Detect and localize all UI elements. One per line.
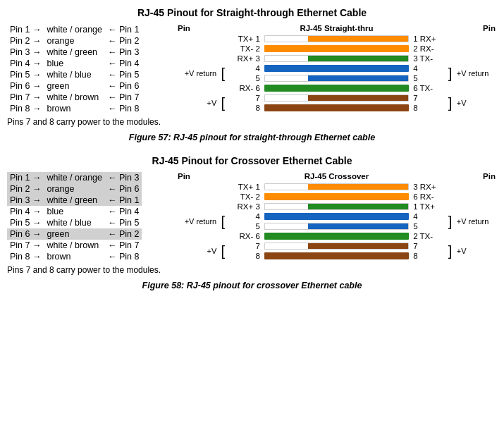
pin-num-right: 6 RX- [412, 192, 445, 202]
right-label-spacer [455, 44, 497, 54]
right-label-spacer [455, 54, 497, 63]
wire-bar-cell [262, 251, 412, 261]
pin-right: ← Pin 4 [105, 206, 142, 217]
section-straight: RJ-45 Pinout for Straight-through Ethern… [7, 7, 497, 142]
pin-left: Pin 1 → [7, 172, 44, 183]
pin-row: Pin 8 → brown ← Pin 8 [7, 103, 142, 114]
wire-bar [264, 243, 409, 250]
diagram-row: TX+ 11 RX+ [176, 34, 497, 44]
pin-row: Pin 4 → blue ← Pin 4 [7, 206, 142, 217]
bracket-spacer [218, 192, 228, 202]
pin-num-right: 8 [412, 251, 445, 261]
pin-row: Pin 6 → green ← Pin 6 [7, 80, 142, 92]
section2-caption: Figure 58: RJ-45 pinout for crossover Et… [7, 281, 497, 290]
pin-left: Pin 6 → [7, 80, 44, 92]
pin-row: Pin 6 → green ← Pin 2 [7, 228, 142, 240]
diag2-left-header: Pin [178, 172, 190, 180]
left-spacer [176, 192, 218, 202]
diag2-center-header: RJ-45 Crossover [190, 172, 483, 180]
pin-row: Pin 3 → white / green ← Pin 1 [7, 195, 142, 206]
pin-num-right: 4 [412, 63, 445, 73]
right-spacer-bracket [445, 83, 455, 93]
diagram-straight: Pin RJ-45 Straight-thru Pin TX+ 11 RX+TX… [176, 24, 497, 127]
diagram-row: +V[77]+V [176, 241, 497, 251]
pin-num-left: 4 [228, 63, 261, 73]
section1-content: Pin 1 → white / orange ← Pin 1 Pin 2 → o… [7, 24, 497, 127]
wire-bar [264, 45, 409, 52]
pin-num-left: 4 [228, 212, 261, 221]
pin-num-left: 5 [228, 73, 261, 83]
pin-left: Pin 1 → [7, 24, 44, 35]
wire-bar [264, 55, 409, 62]
pin-color: white / blue [44, 69, 105, 80]
diagram-row: RX- 62 TX- [176, 231, 497, 241]
bracket-close: ] [445, 212, 455, 231]
pin-num-left: 8 [228, 251, 261, 261]
bracket-close: ] [445, 241, 455, 261]
diagram-row: TX- 22 RX- [176, 44, 497, 54]
pin-color: blue [44, 206, 105, 217]
right-label-spacer [455, 182, 497, 192]
pin-num-left: TX+ 1 [228, 182, 261, 192]
left-spacer [176, 202, 218, 212]
pin-left: Pin 2 → [7, 183, 44, 195]
wire-bar [264, 65, 409, 72]
pin-row: Pin 2 → orange ← Pin 6 [7, 183, 142, 195]
pin-color: white / green [44, 47, 105, 58]
bracket-spacer [218, 202, 228, 212]
pin-right: ← Pin 6 [105, 183, 142, 195]
bracket-open: [ [218, 212, 228, 231]
pin-color: white / brown [44, 92, 105, 103]
pin-right: ← Pin 3 [105, 47, 142, 58]
pin-color: white / brown [44, 240, 105, 251]
diagram-crossover: Pin RJ-45 Crossover Pin TX+ 13 RX+TX- 26… [176, 172, 497, 275]
pin-color: blue [44, 58, 105, 69]
diag-left-header: Pin [178, 24, 190, 32]
pinout-table-crossover: Pin 1 → white / orange ← Pin 3 Pin 2 → o… [7, 172, 162, 275]
pin-left: Pin 8 → [7, 251, 44, 262]
left-spacer [176, 54, 218, 63]
pin-right: ← Pin 5 [105, 217, 142, 228]
pin-num-right: 1 RX+ [412, 34, 445, 44]
left-spacer [176, 34, 218, 44]
right-spacer-bracket [445, 182, 455, 192]
pin-right: ← Pin 8 [105, 103, 142, 114]
pin-right: ← Pin 7 [105, 240, 142, 251]
pin-right: ← Pin 7 [105, 92, 142, 103]
right-label-spacer [455, 83, 497, 93]
pin-left: Pin 3 → [7, 195, 44, 206]
wire-bar-cell [262, 202, 412, 212]
pin-table-straight: Pin 1 → white / orange ← Pin 1 Pin 2 → o… [7, 24, 142, 114]
wire-bar [264, 213, 409, 220]
diagram-row: TX- 26 RX- [176, 192, 497, 202]
section1-caption: Figure 57: RJ-45 pinout for straight-thr… [7, 133, 497, 142]
pin-num-left: 7 [228, 241, 261, 251]
pin-num-right: 5 [412, 73, 445, 83]
right-spacer-bracket [445, 202, 455, 212]
wire-bar-cell [262, 44, 412, 54]
pin-num-left: TX+ 1 [228, 34, 261, 44]
wire-bar [264, 183, 409, 190]
diagram-crossover-table: TX+ 13 RX+TX- 26 RX-RX+ 31 TX++V return[… [176, 182, 497, 261]
bracket-open: [ [218, 241, 228, 261]
section1-note: Pins 7 and 8 carry power to the modules. [7, 117, 162, 127]
pin-num-right: 8 [412, 103, 445, 113]
bracket-label-left: +V return [176, 63, 218, 83]
wire-bar [264, 94, 409, 102]
pin-color: white / orange [44, 172, 105, 183]
wire-bar-cell [262, 212, 412, 221]
wire-bar-cell [262, 63, 412, 73]
wire-bar [264, 193, 409, 200]
pin-row: Pin 1 → white / orange ← Pin 1 [7, 24, 142, 35]
wire-bar [264, 233, 409, 240]
pin-color: green [44, 228, 105, 240]
pin-table-crossover: Pin 1 → white / orange ← Pin 3 Pin 2 → o… [7, 172, 142, 262]
pinout-table-straight: Pin 1 → white / orange ← Pin 1 Pin 2 → o… [7, 24, 162, 127]
right-spacer-bracket [445, 231, 455, 241]
bracket-label-left: +V [176, 93, 218, 113]
left-spacer [176, 182, 218, 192]
wire-bar [264, 252, 409, 259]
pin-left: Pin 7 → [7, 92, 44, 103]
wire-bar-cell [262, 93, 412, 103]
diagram-straight-header: Pin RJ-45 Straight-thru Pin [176, 24, 497, 32]
